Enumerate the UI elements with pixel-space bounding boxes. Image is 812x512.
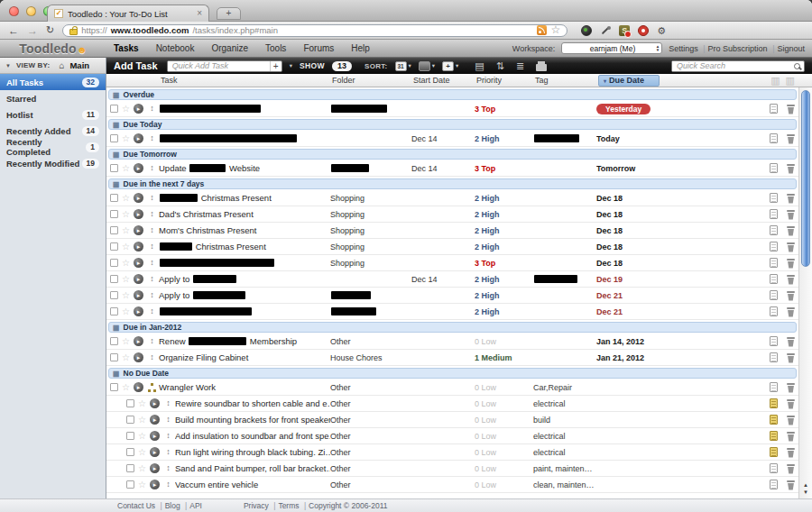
task-checkbox[interactable] xyxy=(110,134,118,142)
task-due-date[interactable]: Jan 21, 2012 xyxy=(596,353,757,362)
action-arrow-icon[interactable] xyxy=(134,306,143,316)
delete-icon[interactable] xyxy=(787,225,795,236)
task-folder[interactable] xyxy=(330,164,411,173)
task-tag[interactable]: build xyxy=(533,416,596,425)
forward-button[interactable]: → xyxy=(27,25,38,36)
task-priority[interactable]: 0 Low xyxy=(475,448,533,457)
task-folder[interactable]: Shopping xyxy=(330,259,411,268)
task-folder[interactable]: Other xyxy=(330,464,411,473)
task-priority[interactable]: 2 High xyxy=(475,226,533,235)
reorder-icon[interactable] xyxy=(147,164,157,172)
task-due-date[interactable]: Dec 18 xyxy=(596,226,757,235)
footer-link-privacy[interactable]: Privacy xyxy=(244,501,278,510)
nav-item-notebook[interactable]: Notebook xyxy=(156,43,195,53)
star-icon[interactable] xyxy=(122,242,130,251)
sidebar-item-starred[interactable]: Starred xyxy=(0,90,106,106)
note-icon[interactable] xyxy=(770,133,778,143)
star-icon[interactable] xyxy=(138,480,146,489)
ssl-lock-icon[interactable] xyxy=(69,29,78,35)
task-name[interactable]: Build mounting brackets for front speake… xyxy=(175,415,330,425)
task-checkbox[interactable] xyxy=(126,432,134,440)
reorder-icon[interactable] xyxy=(147,226,157,234)
task-folder[interactable] xyxy=(330,105,411,114)
task-due-date[interactable]: Dec 19 xyxy=(596,275,757,284)
show-button[interactable]: SHOW xyxy=(300,61,325,70)
star-icon[interactable] xyxy=(122,134,130,143)
task-tag[interactable] xyxy=(533,134,596,143)
insert-column-icon[interactable] xyxy=(770,75,780,87)
footer-link-terms[interactable]: Terms xyxy=(278,501,309,510)
reorder-icon[interactable] xyxy=(163,448,173,456)
rss-icon[interactable] xyxy=(537,25,547,35)
note-icon[interactable] xyxy=(770,431,778,441)
column-task[interactable]: Task xyxy=(159,76,330,85)
reorder-icon[interactable] xyxy=(147,242,157,251)
delete-icon[interactable] xyxy=(787,290,795,301)
star-icon[interactable] xyxy=(122,164,130,173)
task-name[interactable]: Run light wiring through black tubing. Z… xyxy=(175,447,330,457)
task-tag[interactable]: clean, mainten… xyxy=(533,480,596,489)
task-checkbox[interactable] xyxy=(110,194,118,202)
task-folder[interactable]: Other xyxy=(330,383,411,392)
footer-link-copyright-2006-2011[interactable]: Copyright © 2006-2011 xyxy=(309,501,387,510)
star-icon[interactable] xyxy=(122,105,130,114)
task-folder[interactable]: Shopping xyxy=(330,194,411,203)
nav-item-forums[interactable]: Forums xyxy=(303,43,334,53)
nav-item-tools[interactable]: Tools xyxy=(265,43,286,53)
action-arrow-icon[interactable] xyxy=(134,352,143,362)
task-due-date[interactable]: Dec 18 xyxy=(596,242,757,251)
insert-column-icon[interactable] xyxy=(786,75,795,87)
column-start-date[interactable]: Start Date xyxy=(411,76,475,85)
split-view-icon[interactable] xyxy=(496,60,504,71)
add-task-button[interactable]: Add Task xyxy=(114,60,158,71)
action-arrow-icon[interactable] xyxy=(134,209,143,219)
reorder-icon[interactable] xyxy=(147,275,157,283)
task-checkbox[interactable] xyxy=(110,164,118,172)
star-icon[interactable] xyxy=(138,416,146,425)
toodledo-logo[interactable]: Toodledo☻ xyxy=(0,41,106,56)
reorder-icon[interactable] xyxy=(147,134,157,142)
sidebar-item-recently-modified[interactable]: Recently Modified 19 xyxy=(0,155,106,171)
delete-icon[interactable] xyxy=(787,431,795,442)
delete-icon[interactable] xyxy=(787,242,795,252)
delete-icon[interactable] xyxy=(787,398,795,409)
delete-icon[interactable] xyxy=(787,382,795,393)
task-checkbox[interactable] xyxy=(110,337,118,345)
sort-secondary-button[interactable]: ▾ xyxy=(419,61,435,71)
account-link-pro-subscription[interactable]: Pro Subscription xyxy=(708,44,778,53)
action-arrow-icon[interactable] xyxy=(150,480,160,489)
task-name[interactable]: Add insulation to soundbar and front spe… xyxy=(175,431,330,441)
tab-close-icon[interactable]: × xyxy=(197,9,202,18)
task-folder[interactable]: Other xyxy=(330,448,411,457)
task-name[interactable] xyxy=(159,306,330,316)
action-arrow-icon[interactable] xyxy=(150,463,160,473)
task-due-date[interactable]: Jan 14, 2012 xyxy=(596,337,757,346)
reorder-icon[interactable] xyxy=(147,337,157,345)
action-arrow-icon[interactable] xyxy=(134,104,143,114)
reorder-icon[interactable] xyxy=(147,259,157,267)
task-priority[interactable]: 2 High xyxy=(475,291,533,300)
nav-item-tasks[interactable]: Tasks xyxy=(114,43,139,53)
action-arrow-icon[interactable] xyxy=(134,242,143,251)
task-tag[interactable] xyxy=(533,275,596,284)
task-priority[interactable]: 0 Low xyxy=(475,416,533,425)
collapse-triangle-icon[interactable]: ▼ xyxy=(5,63,11,69)
task-priority[interactable]: 3 Top xyxy=(475,164,533,173)
task-priority[interactable]: 0 Low xyxy=(475,432,533,441)
note-icon[interactable] xyxy=(770,258,778,268)
note-icon[interactable] xyxy=(770,352,778,362)
note-icon[interactable] xyxy=(770,447,778,457)
task-priority[interactable]: 2 High xyxy=(475,275,533,284)
note-icon[interactable] xyxy=(770,336,778,346)
task-due-date[interactable]: Today xyxy=(596,134,757,143)
note-icon[interactable] xyxy=(770,382,778,392)
task-name[interactable] xyxy=(159,104,330,114)
task-folder[interactable]: Other xyxy=(330,432,411,441)
task-name[interactable]: Update Website xyxy=(159,163,330,173)
task-due-date[interactable]: Dec 21 xyxy=(596,307,757,316)
scroll-down-icon[interactable] xyxy=(803,489,808,496)
task-checkbox[interactable] xyxy=(110,353,118,361)
delete-icon[interactable] xyxy=(787,209,795,220)
task-name[interactable]: Wrangler Work xyxy=(159,382,330,392)
footer-link-api[interactable]: API xyxy=(189,501,202,510)
